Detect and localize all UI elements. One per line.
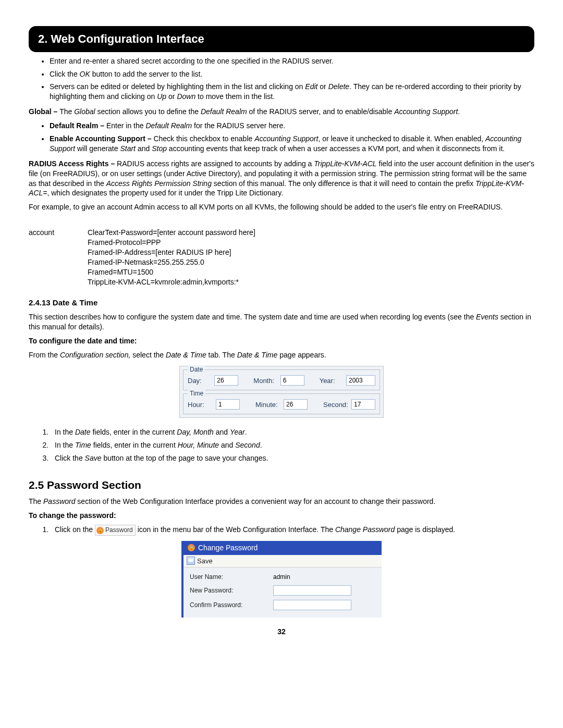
datetime-para: This section describes how to configure … xyxy=(29,312,534,332)
code-line: Framed-IP-Netmask=255.255.255.0 xyxy=(88,257,255,267)
change-password-ui: 🔒 Change Password Save User Name: admin … xyxy=(181,541,382,618)
hour-input[interactable] xyxy=(216,399,240,410)
global-sub-bullets: Default Realm – Enter in the Default Rea… xyxy=(29,121,534,154)
bullet-item: Click the OK button to add the server to… xyxy=(50,69,534,79)
bullet-item: Default Realm – Enter in the Default Rea… xyxy=(50,121,534,131)
password-section-heading: 2.5 Password Section xyxy=(29,478,534,492)
datetime-ui: Date Day: Month: Year: Time Hour: Minute… xyxy=(179,366,384,418)
radius-para1: RADIUS Access Rights – RADIUS access rig… xyxy=(29,159,534,199)
change-password-toolbar: Save xyxy=(183,555,382,568)
confirm-password-label: Confirm Password: xyxy=(190,601,273,609)
day-label: Day: xyxy=(188,376,211,386)
password-para: The Password section of the Web Configur… xyxy=(29,497,534,507)
username-label: User Name: xyxy=(190,573,273,581)
configure-heading: To configure the date and time: xyxy=(29,336,534,346)
minute-input[interactable] xyxy=(284,399,308,410)
global-lead: Global – The Global section allows you t… xyxy=(29,107,534,117)
new-password-input[interactable] xyxy=(273,585,351,596)
code-line: TrippLite-KVM-ACL=kvmrole:admin,kvmports… xyxy=(88,277,255,287)
configure-lead: From the Configuration section, select t… xyxy=(29,350,534,360)
code-label: account xyxy=(29,228,88,287)
date-fieldset: Date Day: Month: Year: xyxy=(183,369,380,390)
bullet-item: Enter and re-enter a shared secret accor… xyxy=(50,56,534,66)
intro-bullets: Enter and re-enter a shared secret accor… xyxy=(29,56,534,102)
password-steps: Click on the 🔒 Password icon in the menu… xyxy=(29,525,534,535)
code-line: Framed-Protocol=PPP xyxy=(88,238,255,248)
date-legend: Date xyxy=(188,365,205,374)
code-lines: ClearText-Password=[enter account passwo… xyxy=(88,228,255,287)
hour-label: Hour: xyxy=(188,400,213,410)
code-block: account ClearText-Password=[enter accoun… xyxy=(29,228,534,287)
day-input[interactable] xyxy=(214,375,238,386)
step1-pre: Click on the xyxy=(55,525,95,534)
password-icon-label: Password xyxy=(105,526,133,534)
lock-icon: 🔒 xyxy=(96,527,104,534)
step-item: In the Time fields, enter in the current… xyxy=(51,440,534,450)
save-button[interactable]: Save xyxy=(197,557,213,566)
code-line: Framed=MTU=1500 xyxy=(88,267,255,277)
username-value: admin xyxy=(273,573,290,581)
datetime-heading: 2.4.13 Date & Time xyxy=(29,298,534,308)
year-input[interactable] xyxy=(346,375,375,386)
section-header: 2. Web Configuration Interface xyxy=(29,26,534,52)
radius-para2: For example, to give an account Admin ac… xyxy=(29,202,534,212)
save-icon[interactable] xyxy=(187,557,195,565)
step-item: Click the Save button at the top of the … xyxy=(51,453,534,463)
bullet-item: Enable Accounting Support – Check this c… xyxy=(50,134,534,154)
datetime-steps: In the Date fields, enter in the current… xyxy=(29,427,534,463)
time-fieldset: Time Hour: Minute: Second: xyxy=(183,393,380,414)
year-label: Year: xyxy=(320,376,343,386)
time-legend: Time xyxy=(188,389,205,398)
confirm-password-input[interactable] xyxy=(273,600,351,610)
month-input[interactable] xyxy=(280,375,304,386)
second-label: Second: xyxy=(323,400,348,410)
minute-label: Minute: xyxy=(255,400,280,410)
new-password-label: New Password: xyxy=(190,586,273,595)
password-menu-icon[interactable]: 🔒 Password xyxy=(95,525,136,535)
change-password-heading: To change the password: xyxy=(29,511,534,521)
second-input[interactable] xyxy=(351,399,375,410)
code-line: Framed-IP-Address=[enter RADIUS IP here] xyxy=(88,248,255,257)
month-label: Month: xyxy=(253,376,277,386)
change-password-title: 🔒 Change Password xyxy=(183,541,382,555)
code-line: ClearText-Password=[enter account passwo… xyxy=(88,228,255,238)
page-number: 32 xyxy=(29,627,534,637)
bullet-item: Servers can be edited or deleted by high… xyxy=(50,82,534,102)
step-item: In the Date fields, enter in the current… xyxy=(51,427,534,437)
step-item: Click on the 🔒 Password icon in the menu… xyxy=(51,525,534,535)
step1-post: icon in the menu bar of the Web Configur… xyxy=(138,525,456,534)
lock-icon: 🔒 xyxy=(188,544,195,551)
change-password-title-text: Change Password xyxy=(198,543,258,553)
